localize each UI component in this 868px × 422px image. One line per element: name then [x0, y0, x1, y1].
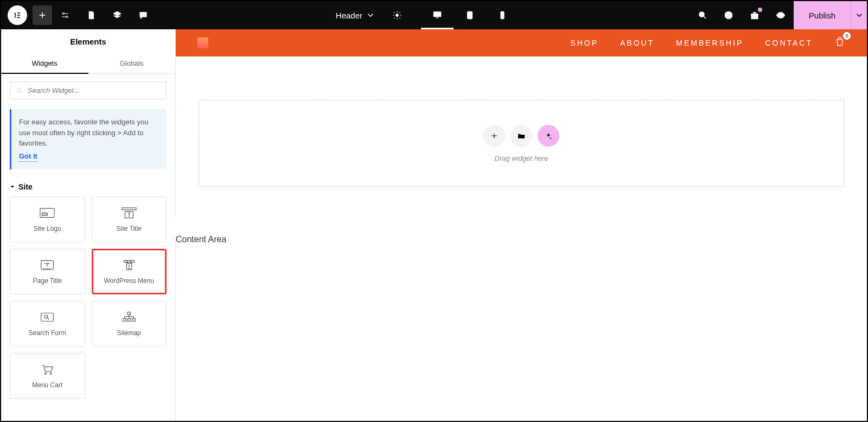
gift-icon[interactable]	[742, 2, 768, 28]
tab-globals[interactable]: Globals	[88, 54, 176, 74]
comment-icon[interactable]	[130, 2, 156, 28]
site-title-icon	[121, 206, 137, 219]
widget-sitemap[interactable]: Sitemap	[92, 301, 167, 347]
add-element-button[interactable]	[33, 5, 52, 25]
preview-icon[interactable]	[768, 2, 794, 28]
svg-rect-7	[433, 11, 441, 16]
elementor-logo[interactable]	[8, 5, 27, 25]
site-logo-icon: LOGO	[39, 206, 55, 219]
svg-point-17	[17, 88, 21, 92]
help-icon[interactable]	[716, 2, 742, 28]
svg-point-5	[66, 16, 68, 18]
nav-shop[interactable]: SHOP	[570, 39, 598, 47]
svg-point-34	[45, 373, 47, 374]
nav-about[interactable]: ABOUT	[620, 39, 654, 47]
svg-rect-1	[17, 12, 20, 14]
svg-point-11	[502, 17, 503, 18]
svg-rect-30	[127, 312, 131, 315]
elements-panel: Elements Widgets Globals For easy access…	[1, 29, 176, 421]
search-input[interactable]	[28, 86, 161, 95]
svg-rect-2	[17, 15, 20, 16]
cart-button[interactable]: 0	[834, 36, 845, 49]
nav-membership[interactable]: MEMBERSHIP	[676, 39, 743, 47]
notification-dot	[758, 8, 762, 12]
svg-point-16	[780, 14, 782, 17]
sitemap-icon	[121, 311, 137, 324]
svg-point-9	[470, 17, 470, 18]
svg-rect-3	[17, 17, 20, 18]
svg-rect-28	[41, 313, 54, 322]
chevron-down-icon	[366, 10, 375, 20]
svg-rect-31	[123, 319, 126, 322]
svg-rect-33	[132, 319, 135, 322]
ai-button[interactable]	[538, 125, 559, 147]
publish-button[interactable]: Publish	[794, 1, 851, 29]
search-icon[interactable]	[690, 2, 716, 28]
svg-point-14	[728, 17, 729, 17]
page-settings-icon[interactable]	[384, 2, 410, 28]
chevron-down-icon	[854, 10, 864, 20]
svg-rect-25	[127, 261, 131, 263]
svg-rect-24	[124, 261, 127, 263]
widget-menu-cart[interactable]: Menu Cart	[10, 353, 85, 399]
search-icon	[16, 87, 23, 95]
site-header-preview[interactable]: SHOP ABOUT MEMBERSHIP CONTACT 0	[176, 29, 867, 56]
svg-rect-0	[15, 12, 16, 18]
desktop-view-button[interactable]	[421, 1, 454, 29]
editor-canvas: SHOP ABOUT MEMBERSHIP CONTACT 0	[176, 29, 867, 421]
got-it-link[interactable]: Got It	[19, 151, 37, 162]
widget-page-title[interactable]: Page Title	[10, 249, 85, 294]
settings-sliders-icon[interactable]	[52, 2, 78, 28]
folder-icon	[517, 131, 526, 140]
menu-cart-icon	[39, 363, 55, 376]
svg-text:LOGO: LOGO	[42, 213, 48, 216]
svg-point-29	[45, 315, 48, 318]
svg-point-35	[50, 373, 52, 374]
svg-point-4	[63, 13, 65, 15]
sparkle-icon	[544, 131, 553, 140]
favorites-tip: For easy access, favorite the widgets yo…	[10, 109, 167, 169]
wordpress-menu-icon	[121, 259, 137, 272]
search-form-icon	[39, 311, 55, 324]
template-selector[interactable]: Header	[327, 10, 384, 20]
cart-count-badge: 0	[843, 32, 851, 40]
widget-site-logo[interactable]: LOGO Site Logo	[10, 197, 85, 242]
mobile-view-button[interactable]	[486, 1, 519, 29]
svg-rect-32	[127, 319, 131, 322]
widget-drop-area[interactable]: Drag widget here	[199, 100, 844, 187]
category-site[interactable]: Site	[1, 178, 175, 197]
panel-title: Elements	[1, 29, 175, 54]
widget-wordpress-menu[interactable]: WordPress Menu	[92, 249, 167, 294]
document-icon[interactable]	[78, 2, 104, 28]
add-section-button[interactable]	[483, 125, 505, 147]
publish-dropdown[interactable]	[851, 1, 867, 29]
widget-search-form[interactable]: Search Form	[10, 301, 85, 347]
content-area-label: Content Area	[176, 235, 226, 244]
svg-point-12	[699, 12, 704, 17]
template-library-button[interactable]	[510, 125, 532, 147]
caret-down-icon	[10, 184, 15, 190]
tab-widgets[interactable]: Widgets	[1, 54, 88, 74]
widget-site-title[interactable]: Site Title	[92, 197, 167, 242]
drop-hint-text: Drag widget here	[495, 154, 548, 162]
page-title-icon	[39, 259, 55, 272]
site-logo-preview[interactable]	[197, 37, 208, 48]
svg-point-6	[396, 14, 399, 17]
svg-rect-21	[122, 208, 136, 210]
layers-icon[interactable]	[104, 2, 130, 28]
template-label: Header	[336, 11, 362, 20]
widget-search[interactable]	[10, 81, 167, 99]
plus-icon	[490, 131, 499, 140]
nav-contact[interactable]: CONTACT	[765, 39, 813, 47]
svg-rect-26	[131, 261, 135, 263]
tablet-view-button[interactable]	[454, 1, 486, 29]
